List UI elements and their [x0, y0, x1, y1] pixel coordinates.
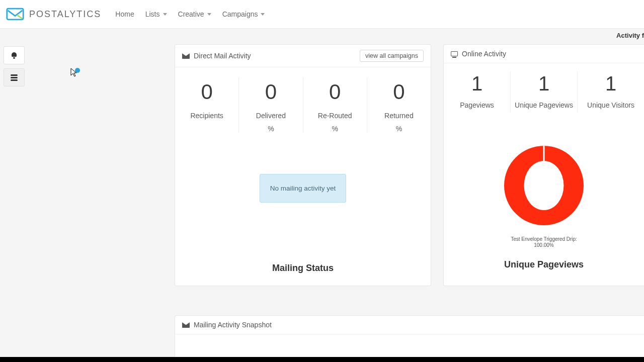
stat-recipients-label: Recipients: [177, 112, 236, 120]
nav-lists-label: Lists: [145, 10, 160, 18]
stat-returned-pct: %: [369, 125, 429, 133]
stat-recipients-value: 0: [177, 81, 236, 103]
notifications-button[interactable]: [4, 46, 25, 64]
stat-delivered-value: 0: [241, 81, 300, 103]
stat-unique-visitors-value: 1: [580, 73, 642, 94]
brand-name: POSTALYTICS: [29, 9, 101, 20]
online-stats: 1 Pageviews 1 Unique Pageviews 1 Unique …: [444, 63, 644, 121]
nav-campaigns[interactable]: Campaigns: [220, 7, 267, 21]
direct-mail-header: Direct Mail Activity view all campaigns: [175, 45, 431, 67]
stat-unique-pageviews-value: 1: [513, 73, 575, 94]
envelope-logo-icon: [6, 7, 24, 22]
bottom-strip: [0, 357, 644, 362]
mailing-status-title: Mailing Status: [175, 263, 431, 274]
nav-lists[interactable]: Lists: [143, 7, 169, 21]
stat-rerouted-value: 0: [305, 81, 365, 103]
donut-slice-divider: [543, 146, 545, 161]
direct-mail-panel: Direct Mail Activity view all campaigns …: [175, 44, 431, 286]
direct-mail-stats: 0 Recipients 0 Delivered % 0 Re-Routed %…: [175, 67, 431, 139]
online-activity-panel: Online Activity 1 Pageviews 1 Unique Pag…: [443, 44, 644, 286]
direct-mail-title: Direct Mail Activity: [194, 52, 251, 60]
stat-rerouted-pct: %: [305, 125, 365, 133]
stat-returned-label: Returned: [369, 112, 429, 120]
bell-icon: [11, 52, 18, 59]
stat-pageviews-value: 1: [446, 73, 508, 94]
unique-pageviews-chart: Test Envelope Triggered Drip: 100.00% Un…: [444, 146, 644, 270]
stat-unique-pageviews: 1 Unique Pageviews: [511, 71, 578, 113]
stat-delivered: 0 Delivered %: [239, 77, 303, 133]
stat-unique-pageviews-label: Unique Pageviews: [513, 101, 575, 110]
activity-banner: Activity f: [0, 29, 644, 43]
chevron-down-icon: [261, 13, 265, 16]
stat-returned-value: 0: [369, 81, 429, 103]
chevron-down-icon: [207, 13, 211, 16]
online-activity-title: Online Activity: [462, 50, 506, 58]
chevron-down-icon: [163, 13, 167, 16]
nav-creative-label: Creative: [178, 10, 204, 18]
nav-creative[interactable]: Creative: [176, 7, 213, 21]
donut-legend-value: 100.00%: [534, 242, 553, 248]
envelope-icon: [182, 53, 190, 59]
stat-pageviews-label: Pageviews: [446, 101, 508, 110]
nav-campaigns-label: Campaigns: [222, 10, 258, 18]
stat-rerouted-label: Re-Routed: [305, 112, 365, 120]
online-activity-header: Online Activity: [444, 45, 644, 63]
stat-unique-visitors-label: Unique Visitors: [580, 101, 642, 110]
dashboard-content: Direct Mail Activity view all campaigns …: [175, 44, 644, 286]
nav-home-label: Home: [115, 10, 134, 18]
no-mailing-activity-notice: No mailing activity yet: [260, 174, 346, 203]
stat-recipients: 0 Recipients: [175, 77, 239, 133]
donut-legend-name: Test Envelope Triggered Drip:: [511, 236, 577, 242]
stat-delivered-pct: %: [241, 125, 300, 133]
mailing-snapshot-header: Mailing Activity Snapshot: [175, 316, 644, 334]
envelope-icon: [182, 322, 190, 328]
stat-delivered-label: Delivered: [241, 112, 300, 120]
svg-point-1: [75, 68, 80, 73]
stack-icon: [11, 74, 18, 81]
data-stack-button[interactable]: [4, 68, 25, 86]
donut-title: Unique Pageviews: [444, 259, 644, 270]
monitor-icon: [451, 51, 458, 56]
top-navbar: POSTALYTICS Home Lists Creative Campaign…: [0, 0, 644, 29]
stat-pageviews: 1 Pageviews: [444, 71, 511, 113]
stat-unique-visitors: 1 Unique Visitors: [578, 71, 644, 113]
side-rail: [4, 46, 25, 86]
main-nav: Home Lists Creative Campaigns: [113, 7, 267, 21]
brand-logo[interactable]: POSTALYTICS: [6, 7, 101, 22]
donut-chart-icon: [504, 146, 584, 225]
donut-legend: Test Envelope Triggered Drip: 100.00%: [444, 236, 644, 248]
stat-rerouted: 0 Re-Routed %: [303, 77, 367, 133]
mailing-snapshot-title: Mailing Activity Snapshot: [194, 321, 272, 329]
mailing-snapshot-panel: Mailing Activity Snapshot: [175, 315, 644, 360]
stat-returned: 0 Returned %: [367, 77, 431, 133]
view-all-campaigns-button[interactable]: view all campaigns: [360, 50, 424, 62]
mouse-cursor-icon: [70, 67, 81, 78]
nav-home[interactable]: Home: [113, 7, 136, 21]
